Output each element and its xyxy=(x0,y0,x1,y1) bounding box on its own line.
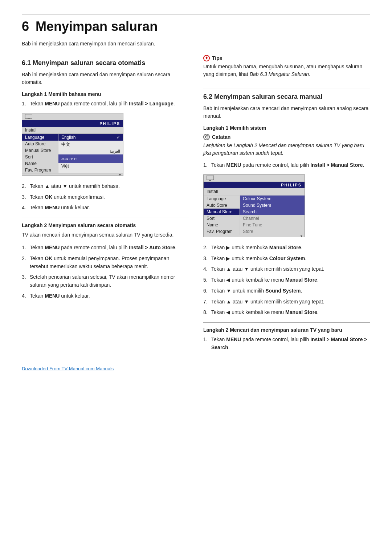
option-thai: ภอภาษา xyxy=(58,154,123,163)
col-right: ✦ Tips Untuk mengubah nama, mengubah sus… xyxy=(203,55,370,355)
li-num-62-5: 5. xyxy=(203,276,208,284)
page-container: 6Menyimpan saluran Bab ini menjelaskan c… xyxy=(22,15,370,371)
scroll-down-1: ▼ xyxy=(118,173,122,177)
li-num-s2-1: 1. xyxy=(203,336,208,344)
tips-text: Untuk mengubah nama, mengubah susunan, a… xyxy=(203,63,370,78)
install-label-2: Install xyxy=(204,188,305,195)
menu2-manualstore: Manual Store xyxy=(204,209,240,215)
brand-label-1: PHILIPS xyxy=(99,121,120,126)
svg-rect-0 xyxy=(25,114,32,118)
tv-icon-2 xyxy=(207,176,214,181)
svg-rect-2 xyxy=(207,176,214,180)
section-61-title: 6.1 Menyimpan saluran secara otomatis xyxy=(22,55,189,67)
menu-manualstore: Manual Store xyxy=(22,147,58,154)
tv-menu-footer-2: ▼ xyxy=(204,235,305,237)
li-num-1: 1. xyxy=(22,100,26,108)
li-num-4: 4. xyxy=(22,204,26,212)
step2-heading: Langkah 2 Menyimpan saluran secara otoma… xyxy=(22,222,189,228)
catatan-box: ⊖ Catatan Lanjutkan ke Langkah 2 Mencari… xyxy=(203,134,370,157)
tips-box: ✦ Tips Untuk mengubah nama, mengubah sus… xyxy=(203,55,370,78)
tips-suffix: . xyxy=(309,71,310,77)
step1-item-1: 1. Tekan MENU pada remote control, lalu … xyxy=(22,100,189,108)
option2-soundsystem: Sound System xyxy=(240,202,305,209)
menu-language: Language xyxy=(22,134,58,141)
step1-heading: Langkah 1 Memilih bahasa menu xyxy=(22,91,189,97)
tv-menu-footer-1: ▼ xyxy=(22,173,123,176)
menu-autostore: Auto Store xyxy=(22,141,58,147)
tips-italic: Bab 6.3 Mengatur Saluran xyxy=(250,71,309,77)
li-num-s4: 4. xyxy=(22,292,26,300)
section-62-title: 6.2 Menyimpan saluran secara manual xyxy=(203,89,370,101)
step2-substeps: 1. Tekan MENU pada remote control, lalu … xyxy=(22,244,189,300)
li-num-62-7: 7. xyxy=(203,298,208,306)
tv-menu-body-2: Language Auto Store Manual Store Sort Na… xyxy=(204,195,305,235)
tv-menu-body-1: Language Auto Store Manual Store Sort Na… xyxy=(22,134,123,173)
chapter-num: 6 xyxy=(22,19,29,34)
chapter-intro: Bab ini menjelaskan cara menyimpan dan m… xyxy=(22,40,370,48)
tips-label: Tips xyxy=(212,55,222,61)
step2-intro: TV akan mencari dan menyimpan semua salu… xyxy=(22,231,189,239)
tv-menu-2: PHILIPS Install Language Auto Store Manu… xyxy=(203,174,305,237)
step62-6: 6. Tekan ▼ untuk memilih Sound System. xyxy=(203,287,370,295)
footer-link[interactable]: Downloaded From TV-Manual.com Manuals xyxy=(22,366,370,371)
tv-menu-left-2: Language Auto Store Manual Store Sort Na… xyxy=(204,196,240,235)
li-num-62-6: 6. xyxy=(203,287,208,295)
option2-coloursystem: Colour System xyxy=(240,196,305,202)
step1-62-list: 1. Tekan MENU pada remote control, lalu … xyxy=(203,161,370,169)
option-arabic: العربية xyxy=(58,148,123,154)
option-chinese: 中文 xyxy=(58,141,123,148)
li-num-3: 3. xyxy=(22,193,26,201)
step1-item-4: 4. Tekan MENU untuk keluar. xyxy=(22,204,189,212)
step2-sub-3: 3. Setelah pencarian saluran selesai, TV… xyxy=(22,273,189,289)
menu2-autostore: Auto Store xyxy=(204,202,240,209)
option2-channel: Channel xyxy=(240,215,305,222)
step2-62-item-1: 1. Tekan MENU pada remote control, lalu … xyxy=(203,336,370,351)
chapter-title-text: Menyimpan saluran xyxy=(36,19,158,34)
step2-62-list: 1. Tekan MENU pada remote control, lalu … xyxy=(203,336,370,351)
step1-steps-2-4: 2. Tekan ▲ atau ▼ untuk memilih bahasa. … xyxy=(22,182,189,212)
divider-step2-62 xyxy=(203,322,370,323)
menu-name: Name xyxy=(22,160,58,167)
step62-8: 8. Tekan ◀ untuk kembali ke menu Manual … xyxy=(203,309,370,317)
li-num-s2: 2. xyxy=(22,255,26,263)
catatan-icon: ⊖ xyxy=(203,134,210,140)
catatan-label: Catatan xyxy=(212,134,230,140)
option2-finetune: Fine Tune xyxy=(240,222,305,228)
tips-heading: ✦ Tips xyxy=(203,55,370,61)
two-col-layout: 6.1 Menyimpan saluran secara otomatis Ba… xyxy=(22,55,370,355)
tv-menu-right-1: English✓ 中文 العربية ภอภาษา Việt xyxy=(58,134,123,173)
chapter-title: 6Menyimpan saluran xyxy=(22,15,370,34)
menu2-favprogram: Fav. Program xyxy=(204,228,240,235)
tv-menu-brand-2: PHILIPS xyxy=(204,182,305,188)
li-num-62-4: 4. xyxy=(203,265,208,273)
step1-step2-text: Tekan ▲ atau ▼ untuk memilih bahasa. xyxy=(30,183,120,189)
step62-7: 7. Tekan ▲ atau ▼ untuk memilih sistem y… xyxy=(203,298,370,306)
menu-sort: Sort xyxy=(22,154,58,160)
li-num-62-3: 3. xyxy=(203,255,208,263)
tv-menu-right-2: Colour System Sound System Search Channe… xyxy=(240,196,305,235)
li-num-s3: 3. xyxy=(22,273,26,281)
scroll-down-2: ▼ xyxy=(300,234,303,238)
step62-4: 4. Tekan ▲ atau ▼ untuk memilih sistem y… xyxy=(203,265,370,273)
li-num-62-2: 2. xyxy=(203,244,208,252)
section-62-intro: Bab ini menjelaskan cara mencari dan men… xyxy=(203,105,370,120)
svg-rect-1 xyxy=(28,118,30,119)
catatan-heading: ⊖ Catatan xyxy=(203,134,370,140)
step1-62-steps: 2. Tekan ▶ untuk membuka Manual Store. 3… xyxy=(203,244,370,317)
li-num-62-8: 8. xyxy=(203,309,208,317)
tv-menu-1: PHILIPS Install Language Auto Store Manu… xyxy=(22,113,123,176)
step2-sub-4: 4. Tekan MENU untuk keluar. xyxy=(22,292,189,300)
step1-list: 1. Tekan MENU pada remote control, lalu … xyxy=(22,100,189,108)
step62-3: 3. Tekan ▶ untuk membuka Colour System. xyxy=(203,255,370,263)
col-left: 6.1 Menyimpan saluran secara otomatis Ba… xyxy=(22,55,189,355)
brand-label-2: PHILIPS xyxy=(281,183,302,187)
option2-search: Search xyxy=(240,209,305,215)
menu-favprogram: Fav. Program xyxy=(22,167,58,173)
catatan-text: Lanjutkan ke Langkah 2 Mencari dan menyi… xyxy=(203,142,370,157)
tv-menu-top-2 xyxy=(204,175,305,182)
step1-62-item-1: 1. Tekan MENU pada remote control, lalu … xyxy=(203,161,370,169)
option-english: English✓ xyxy=(58,134,123,141)
tv-menu-brand-1: PHILIPS xyxy=(22,120,123,127)
step1-item-2: 2. Tekan ▲ atau ▼ untuk memilih bahasa. xyxy=(22,182,189,190)
li-num-2: 2. xyxy=(22,182,26,190)
